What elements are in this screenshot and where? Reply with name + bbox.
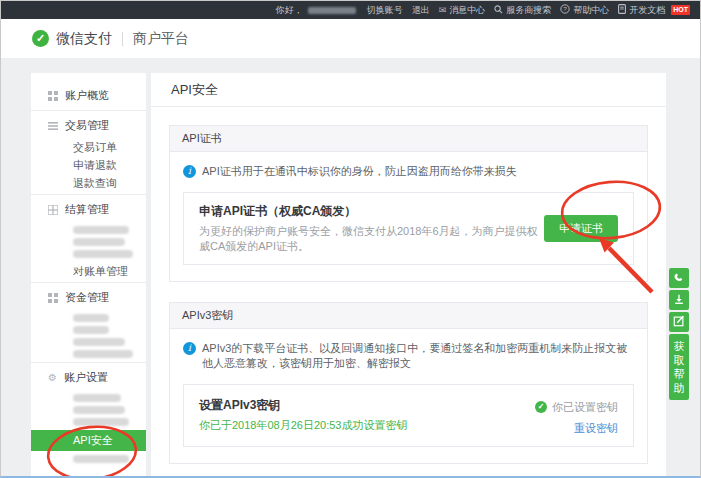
main-panel: API安全 API证书 i API证书用于在通讯中标识你的身份，防止因盗用而给你…: [151, 73, 666, 476]
hot-badge: HOT: [671, 5, 690, 15]
floating-help-bar: 获取帮助: [669, 268, 689, 400]
sidebar-item-funds-mgmt[interactable]: 资金管理: [31, 285, 146, 310]
sidebar-group-label: 账户概览: [65, 88, 109, 103]
sidebar-item-redacted[interactable]: [73, 406, 125, 414]
sidebar-item-redacted[interactable]: [73, 226, 129, 234]
section-body-api-cert: i API证书用于在通讯中标识你的身份，防止因盗用而给你带来损失 申请API证书…: [169, 152, 648, 282]
page-title: API安全: [151, 73, 666, 107]
section-header-api-cert: API证书: [169, 125, 648, 152]
sidebar-group-account-overview: 账户概览: [31, 83, 146, 108]
sp-search-label: 服务商搜索: [506, 4, 551, 17]
sidebar-item-account-overview[interactable]: 账户概览: [31, 83, 146, 108]
info-icon: i: [183, 165, 196, 178]
help-center-label: 帮助中心: [573, 4, 609, 17]
portal-title: 商户平台: [133, 30, 189, 48]
phone-icon: [673, 269, 685, 287]
info-text: API证书用于在通讯中标识你的身份，防止因盗用而给你带来损失: [202, 164, 517, 179]
download-icon-button[interactable]: [669, 290, 689, 310]
document-icon: [618, 4, 626, 16]
question-icon: ?: [560, 4, 570, 16]
sidebar-item-redacted[interactable]: [73, 314, 109, 322]
apply-cert-card: 申请API证书（权威CA颁发） 为更好的保护商户账号安全，微信支付从2018年6…: [183, 192, 634, 265]
status-badge: ✓ 你已设置密钥: [535, 400, 618, 415]
section-header-apiv3-key: APIv3密钥: [169, 302, 648, 329]
sidebar-item-account-settings[interactable]: ⚙ 账户设置: [31, 365, 146, 390]
workspace: 账户概览 交易管理 交易订单 申请退款 退款查询: [1, 58, 700, 476]
mail-icon: ✉: [439, 5, 447, 15]
greeting: 你好，: [276, 4, 358, 17]
sidebar-item-redacted[interactable]: [73, 394, 121, 402]
sidebar-item-redacted[interactable]: [73, 326, 109, 334]
reset-key-link[interactable]: 重设密钥: [535, 421, 618, 436]
apiv3-key-text: 设置APIv3密钥 你已于2018年08月26日20:53成功设置密钥: [199, 397, 407, 433]
sidebar-group-account-settings: ⚙ 账户设置 API安全: [31, 362, 146, 463]
message-center-link[interactable]: ✉ 消息中心: [439, 4, 486, 17]
section-api-cert: API证书 i API证书用于在通讯中标识你的身份，防止因盗用而给你带来损失 申…: [169, 125, 648, 282]
status-badge-label: 你已设置密钥: [552, 400, 618, 415]
edit-icon-button[interactable]: [669, 312, 689, 332]
apply-cert-button[interactable]: 申请证书: [544, 215, 618, 242]
sidebar-item-statement-mgmt[interactable]: 对账单管理: [31, 262, 146, 280]
brand-divider: [122, 32, 123, 46]
sidebar-item-redacted[interactable]: [73, 238, 125, 246]
check-circle-icon: ✓: [535, 401, 547, 413]
sidebar-item-api-security[interactable]: API安全: [31, 430, 146, 451]
dev-docs-label: 开发文档: [629, 4, 665, 17]
apiv3-key-set-time: 你已于2018年08月26日20:53成功设置密钥: [199, 418, 407, 433]
info-text: APIv3的下载平台证书、以及回调通知接口中，要通过签名和加密两重机制来防止报文…: [202, 341, 634, 371]
phone-icon-button[interactable]: [669, 268, 689, 288]
sidebar-item-redacted[interactable]: [73, 338, 125, 346]
sidebar-group-label: 账户设置: [64, 370, 108, 385]
grid-icon: [48, 205, 58, 215]
section-apiv3-key: APIv3密钥 i APIv3的下载平台证书、以及回调通知接口中，要通过签名和加…: [169, 302, 648, 464]
apply-cert-text: 申请API证书（权威CA颁发） 为更好的保护商户账号安全，微信支付从2018年6…: [199, 203, 544, 254]
info-note: i APIv3的下载平台证书、以及回调通知接口中，要通过签名和加密两重机制来防止…: [183, 341, 634, 371]
gear-icon: ⚙: [48, 373, 57, 383]
sidebar-group-label: 交易管理: [65, 118, 109, 133]
wechat-pay-logo-icon: ✓: [32, 30, 49, 47]
grid-icon: [48, 293, 58, 303]
apiv3-key-card: 设置APIv3密钥 你已于2018年08月26日20:53成功设置密钥 ✓ 你已…: [183, 384, 634, 447]
switch-account-link[interactable]: 切换账号: [367, 4, 403, 17]
edit-icon: [673, 313, 685, 331]
sidebar-item-apply-refund[interactable]: 申请退款: [31, 156, 146, 174]
download-icon: [673, 291, 685, 309]
sidebar-item-settlement-mgmt[interactable]: 结算管理: [31, 197, 146, 222]
sidebar-group-label: 资金管理: [65, 290, 109, 305]
dev-docs-link[interactable]: 开发文档 HOT: [618, 4, 690, 17]
section-body-apiv3-key: i APIv3的下载平台证书、以及回调通知接口中，要通过签名和加密两重机制来防止…: [169, 329, 648, 464]
sidebar-item-redacted[interactable]: [73, 455, 129, 463]
apply-cert-desc: 为更好的保护商户账号安全，微信支付从2018年6月起，为商户提供权威CA颁发的A…: [199, 224, 544, 254]
sp-search-link[interactable]: 服务商搜索: [494, 4, 551, 17]
grid-icon: [48, 91, 58, 101]
brand-title: 微信支付: [56, 30, 112, 48]
sidebar-item-transaction-mgmt[interactable]: 交易管理: [31, 113, 146, 138]
logout-link[interactable]: 退出: [412, 4, 430, 17]
sidebar-group-label: 结算管理: [65, 202, 109, 217]
apiv3-key-title: 设置APIv3密钥: [199, 397, 407, 414]
sidebar-group-funds: 资金管理: [31, 282, 146, 358]
greeting-label: 你好，: [276, 4, 303, 17]
message-center-label: 消息中心: [449, 4, 485, 17]
apiv3-key-status: ✓ 你已设置密钥 重设密钥: [535, 395, 618, 436]
list-icon: [48, 121, 58, 131]
get-help-button[interactable]: 获取帮助: [669, 334, 689, 400]
brand-header: ✓ 微信支付 商户平台: [1, 19, 700, 58]
sidebar-item-redacted[interactable]: [73, 250, 133, 258]
sidebar-item-redacted[interactable]: [73, 418, 129, 426]
account-number-redacted: [308, 7, 356, 14]
screen: 你好， 切换账号 退出 ✉ 消息中心 服务商搜索 ? 帮助中心 开发文档 HOT: [0, 0, 701, 478]
info-note: i API证书用于在通讯中标识你的身份，防止因盗用而给你带来损失: [183, 164, 634, 179]
sidebar-group-settlement: 结算管理 对账单管理: [31, 194, 146, 280]
sidebar-group-transactions: 交易管理 交易订单 申请退款 退款查询: [31, 110, 146, 192]
svg-text:?: ?: [563, 5, 567, 12]
sidebar-item-refund-query[interactable]: 退款查询: [31, 174, 146, 192]
sidebar-item-trade-orders[interactable]: 交易订单: [31, 138, 146, 156]
sidebar: 账户概览 交易管理 交易订单 申请退款 退款查询: [31, 73, 146, 476]
apply-cert-title: 申请API证书（权威CA颁发）: [199, 203, 544, 220]
topbar: 你好， 切换账号 退出 ✉ 消息中心 服务商搜索 ? 帮助中心 开发文档 HOT: [1, 1, 700, 19]
help-center-link[interactable]: ? 帮助中心: [560, 4, 609, 17]
info-icon: i: [183, 342, 196, 355]
search-icon: [494, 5, 503, 16]
sidebar-item-redacted[interactable]: [73, 350, 133, 358]
